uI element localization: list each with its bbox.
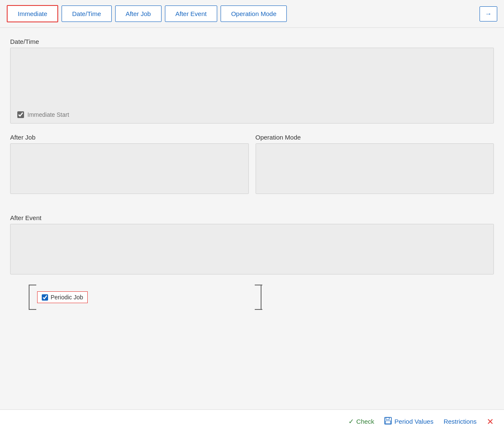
operation-mode-label: Operation Mode [256, 134, 494, 141]
period-values-button[interactable]: Period Values [384, 417, 433, 426]
tab-after-job[interactable]: After Job [115, 5, 162, 22]
immediate-start-checkbox[interactable] [17, 111, 24, 118]
after-event-label: After Event [10, 214, 494, 221]
restrictions-label: Restrictions [444, 418, 477, 425]
check-button[interactable]: ✓ Check [348, 417, 375, 425]
immediate-start-label: Immediate Start [27, 111, 69, 118]
restrictions-button[interactable]: Restrictions [444, 418, 477, 425]
datetime-label: Date/Time [10, 38, 494, 45]
after-job-label: After Job [10, 134, 249, 141]
after-job-panel [10, 143, 249, 194]
after-event-section: After Event [10, 214, 494, 274]
bracket-top-left [29, 285, 36, 285]
after-event-panel [10, 224, 494, 274]
after-job-col: After Job [10, 134, 249, 204]
periodic-section: Periodic Job [10, 285, 494, 310]
save-icon [384, 417, 392, 426]
periodic-job-checkbox[interactable] [42, 294, 48, 301]
bracket-line-left [29, 285, 30, 310]
bracket-bottom-left [29, 309, 36, 310]
two-col-section: After Job Operation Mode [10, 134, 494, 204]
operation-mode-col: Operation Mode [256, 134, 494, 204]
close-button[interactable]: ✕ [487, 417, 494, 427]
check-label: Check [356, 418, 375, 425]
period-values-label: Period Values [394, 418, 433, 425]
tab-bar: Immediate Date/Time After Job After Even… [0, 0, 504, 28]
datetime-panel: Immediate Start [10, 48, 494, 124]
tab-immediate[interactable]: Immediate [7, 5, 58, 22]
periodic-job-box: Periodic Job [37, 291, 88, 303]
datetime-section: Date/Time Immediate Start [10, 38, 494, 124]
tab-datetime[interactable]: Date/Time [62, 5, 112, 22]
main-container: Immediate Date/Time After Job After Even… [0, 0, 504, 433]
immediate-start-row: Immediate Start [17, 111, 487, 118]
content-area: Date/Time Immediate Start After Job Oper… [0, 28, 504, 433]
tab-after-event[interactable]: After Event [165, 5, 217, 22]
tab-operation-mode[interactable]: Operation Mode [221, 5, 287, 22]
close-icon: ✕ [487, 417, 494, 427]
bottom-toolbar: ✓ Check Period Values Restrictions ✕ [0, 409, 504, 433]
operation-mode-panel [256, 143, 494, 194]
check-icon: ✓ [348, 417, 354, 425]
tab-next-arrow[interactable]: → [480, 6, 497, 22]
bracket-line-right [261, 285, 261, 310]
svg-rect-2 [385, 421, 391, 424]
periodic-job-label: Periodic Job [51, 294, 83, 301]
